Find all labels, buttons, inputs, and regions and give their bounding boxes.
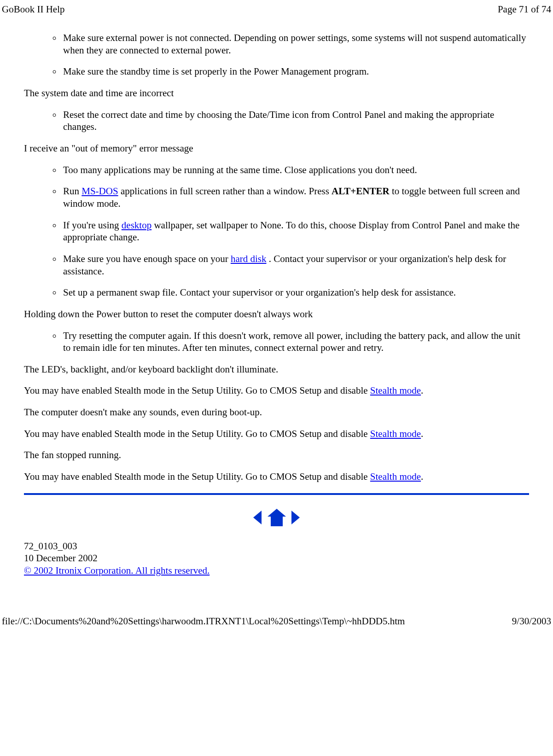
link-desktop[interactable]: desktop xyxy=(122,220,151,231)
text: If you're using xyxy=(63,220,122,231)
issue-power-button: Holding down the Power button to reset t… xyxy=(24,308,529,320)
page-content: Make sure external power is not connecte… xyxy=(0,17,553,586)
list-2: Reset the correct date and time by choos… xyxy=(24,109,529,133)
svg-marker-0 xyxy=(253,511,262,524)
footer-date: 9/30/2003 xyxy=(512,616,551,627)
text: applications in full screen rather than … xyxy=(118,186,332,197)
solution-stealth-1: You may have enabled Stealth mode in the… xyxy=(24,384,529,397)
home-icon[interactable] xyxy=(266,511,290,522)
list-item: Make sure you have enough space on your … xyxy=(62,253,529,277)
doc-id: 72_0103_003 xyxy=(24,540,529,552)
text: You may have enabled Stealth mode in the… xyxy=(24,471,370,482)
list-3: Too many applications may be running at … xyxy=(24,164,529,299)
link-copyright[interactable]: © 2002 Itronix Corporation. All rights r… xyxy=(24,565,210,576)
list-4: Try resetting the computer again. If thi… xyxy=(24,330,529,354)
list-item: Run MS-DOS applications in full screen r… xyxy=(62,185,529,209)
issue-out-of-memory: I receive an "out of memory" error messa… xyxy=(24,142,529,155)
page-footer: file://C:\Documents%20and%20Settings\har… xyxy=(0,612,553,631)
text: You may have enabled Stealth mode in the… xyxy=(24,428,370,439)
footer-path: file://C:\Documents%20and%20Settings\har… xyxy=(2,616,405,627)
list-item: Reset the correct date and time by choos… xyxy=(62,109,529,133)
list-item: Set up a permanent swap file. Contact yo… xyxy=(62,286,529,299)
link-stealth-mode[interactable]: Stealth mode xyxy=(370,385,421,396)
solution-stealth-2: You may have enabled Stealth mode in the… xyxy=(24,428,529,440)
next-icon[interactable] xyxy=(290,511,302,522)
kbd-alt-enter: ALT+ENTER xyxy=(332,186,390,197)
header-page-number: Page 71 of 74 xyxy=(498,4,551,15)
text: Make sure you have enough space on your xyxy=(63,253,231,264)
document-footer: 72_0103_003 10 December 2002 © 2002 Itro… xyxy=(24,540,529,577)
link-ms-dos[interactable]: MS-DOS xyxy=(81,186,118,197)
page-header: GoBook II Help Page 71 of 74 xyxy=(0,0,553,17)
link-stealth-mode[interactable]: Stealth mode xyxy=(370,471,421,482)
text: . xyxy=(421,385,423,396)
list-item: Make sure the standby time is set proper… xyxy=(62,65,529,78)
issue-datetime: The system date and time are incorrect xyxy=(24,87,529,99)
text: Run xyxy=(63,186,81,197)
list-item: Too many applications may be running at … xyxy=(62,164,529,176)
list-item: Make sure external power is not connecte… xyxy=(62,32,529,56)
header-title: GoBook II Help xyxy=(2,4,64,15)
text: . xyxy=(421,471,423,482)
prev-icon[interactable] xyxy=(251,511,266,522)
list-1: Make sure external power is not connecte… xyxy=(24,32,529,78)
issue-sound: The computer doesn't make any sounds, ev… xyxy=(24,406,529,419)
divider xyxy=(24,493,529,495)
svg-marker-1 xyxy=(268,509,286,526)
list-item: Try resetting the computer again. If thi… xyxy=(62,330,529,354)
link-hard-disk[interactable]: hard disk xyxy=(231,253,267,264)
text: You may have enabled Stealth mode in the… xyxy=(24,385,370,396)
nav-icons xyxy=(24,508,529,527)
text: . xyxy=(421,428,423,439)
solution-stealth-3: You may have enabled Stealth mode in the… xyxy=(24,471,529,483)
issue-fan: The fan stopped running. xyxy=(24,449,529,461)
list-item: If you're using desktop wallpaper, set w… xyxy=(62,219,529,244)
doc-date: 10 December 2002 xyxy=(24,552,529,564)
svg-marker-2 xyxy=(291,511,300,524)
link-stealth-mode[interactable]: Stealth mode xyxy=(370,428,421,439)
issue-led: The LED's, backlight, and/or keyboard ba… xyxy=(24,363,529,376)
